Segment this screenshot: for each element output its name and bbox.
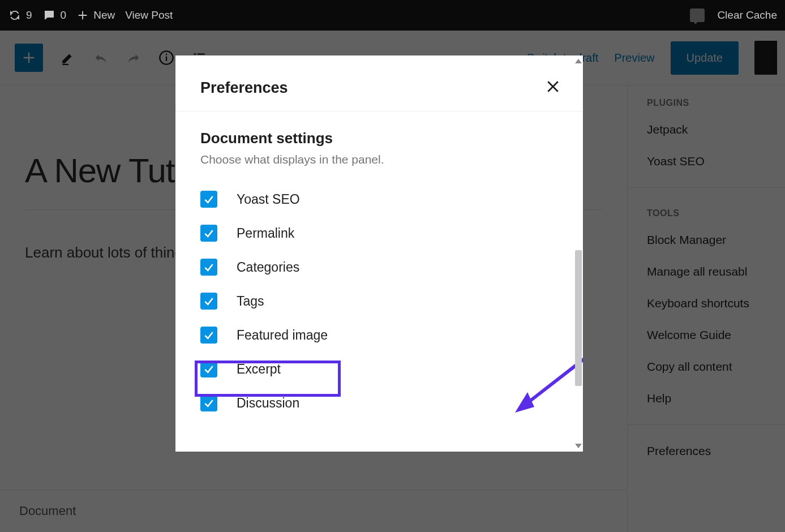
checkbox-icon[interactable] (200, 394, 217, 411)
checkbox-icon[interactable] (200, 361, 217, 377)
option-label: Featured image (237, 328, 328, 343)
section-title: Document settings (200, 130, 558, 147)
option-label: Tags (237, 294, 264, 309)
scroll-up-icon[interactable] (575, 59, 582, 63)
pref-option-yoast-seo[interactable]: Yoast SEO (200, 182, 558, 216)
checkbox-icon[interactable] (200, 259, 217, 276)
option-label: Categories (237, 260, 299, 275)
modal-title: Preferences (200, 79, 288, 97)
checkbox-icon[interactable] (200, 293, 217, 310)
option-label: Permalink (237, 226, 294, 241)
admin-view-post[interactable]: View Post (125, 9, 173, 22)
modal-scrollbar[interactable] (574, 58, 583, 449)
admin-new-label: New (93, 9, 115, 22)
preferences-modal: Preferences Document settings Choose wha… (175, 55, 583, 452)
checkbox-icon[interactable] (200, 225, 217, 242)
admin-new[interactable]: New (76, 9, 115, 22)
clear-cache[interactable]: Clear Cache (717, 9, 777, 22)
admin-comments[interactable]: 0 (42, 8, 67, 22)
editor: Switch to draft Preview Update A New Tut… (0, 31, 785, 532)
option-label: Yoast SEO (237, 192, 300, 207)
option-label: Excerpt (237, 362, 281, 377)
pref-option-discussion[interactable]: Discussion (200, 386, 558, 420)
admin-updates-count: 9 (26, 9, 32, 22)
option-label: Discussion (237, 396, 299, 411)
pref-option-excerpt[interactable]: Excerpt (200, 352, 558, 386)
pref-option-tags[interactable]: Tags (200, 284, 558, 318)
pref-option-categories[interactable]: Categories (200, 250, 558, 284)
scroll-thumb[interactable] (575, 250, 582, 386)
checkbox-icon[interactable] (200, 327, 217, 344)
checkbox-icon[interactable] (200, 191, 217, 208)
pref-option-permalink[interactable]: Permalink (200, 216, 558, 250)
section-description: Choose what displays in the panel. (200, 153, 558, 166)
notifications-icon[interactable] (690, 8, 705, 22)
admin-comments-count: 0 (61, 9, 67, 22)
close-icon[interactable] (544, 78, 561, 97)
pref-option-featured-image[interactable]: Featured image (200, 318, 558, 352)
admin-updates[interactable]: 9 (8, 8, 32, 22)
scroll-down-icon[interactable] (575, 444, 582, 448)
admin-bar: 9 0 New View Post Clear Cache (0, 0, 785, 31)
